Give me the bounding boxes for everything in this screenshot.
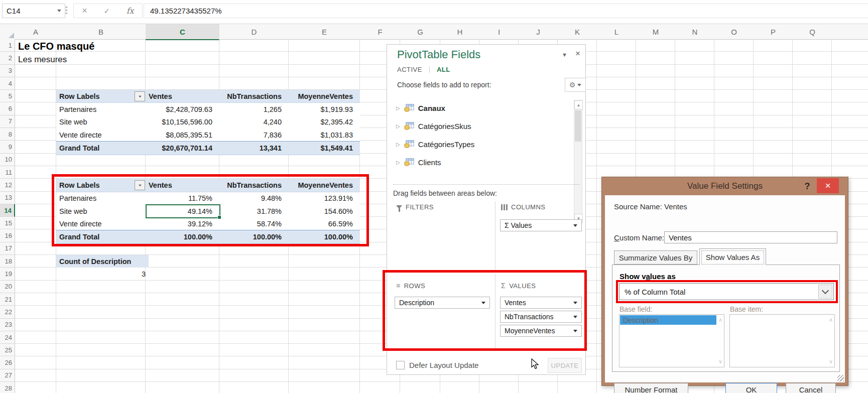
- expand-icon[interactable]: ▷: [396, 123, 400, 129]
- pivot-cell[interactable]: $1,919.93: [289, 105, 360, 113]
- field-item-catégoriesskus[interactable]: ▷CatégoriesSkus: [392, 117, 573, 135]
- select-all-corner[interactable]: [0, 24, 16, 40]
- selected-cell-outline[interactable]: [146, 204, 220, 218]
- pivot-cell[interactable]: $2,395.42: [289, 118, 360, 126]
- pivot-cell[interactable]: Partenaires: [56, 194, 146, 202]
- name-box-dropdown-icon[interactable]: [57, 10, 61, 12]
- pivot-cell[interactable]: 39.12%: [146, 220, 219, 228]
- pivot-cell[interactable]: $1,031.83: [289, 131, 360, 139]
- scroll-up-icon[interactable]: ▲: [574, 100, 583, 109]
- column-header-L[interactable]: L: [597, 24, 637, 40]
- pivot-cell[interactable]: $1,549.41: [289, 144, 360, 152]
- ok-button[interactable]: OK: [725, 383, 777, 393]
- fill-handle[interactable]: [217, 215, 221, 219]
- cancel-icon[interactable]: ×: [82, 6, 87, 16]
- pivot-cell[interactable]: 154.60%: [289, 207, 360, 215]
- column-header-B[interactable]: B: [56, 24, 146, 40]
- pivot-cell[interactable]: $20,670,701.14: [146, 144, 219, 152]
- pivot-header-cell[interactable]: MoyenneVentes: [289, 181, 360, 189]
- resize-grip[interactable]: [837, 375, 844, 381]
- row-header-5[interactable]: 5: [0, 90, 15, 102]
- column-header-H[interactable]: H: [440, 24, 480, 40]
- row-header-10[interactable]: 10: [0, 154, 15, 166]
- row-header-27[interactable]: 27: [0, 369, 15, 382]
- update-button[interactable]: UPDATE: [548, 358, 582, 373]
- values-item-nbtransactions[interactable]: NbTransactions: [500, 311, 582, 323]
- pivot-cell[interactable]: Vente directe: [56, 131, 146, 139]
- cancel-button[interactable]: Cancel: [786, 383, 836, 393]
- column-header-K[interactable]: K: [558, 24, 597, 40]
- row-header-23[interactable]: 23: [0, 319, 15, 331]
- tab-summarize-values-by[interactable]: Summarize Values By: [614, 250, 697, 265]
- field-list-scrollbar[interactable]: ▲ ▼: [574, 100, 582, 223]
- row-header-26[interactable]: 26: [0, 357, 15, 369]
- row-header-11[interactable]: 11: [0, 166, 15, 179]
- scrollbar-thumb[interactable]: [575, 110, 581, 142]
- pivot-cell[interactable]: 100.00%: [289, 233, 360, 241]
- pivot-header-cell[interactable]: NbTransactions: [219, 181, 289, 189]
- values-item-moyenneventes[interactable]: MoyenneVentes: [500, 325, 582, 337]
- row-header-3[interactable]: 3: [0, 65, 15, 77]
- row-header-2[interactable]: 2: [0, 52, 15, 64]
- pivot-cell[interactable]: 1,265: [219, 105, 289, 113]
- enter-icon[interactable]: ✓: [103, 7, 110, 16]
- row-header-20[interactable]: 20: [0, 281, 15, 293]
- base-item-listbox[interactable]: ∧ ∨: [729, 314, 835, 367]
- tools-button[interactable]: ⚙: [565, 78, 586, 92]
- defer-checkbox[interactable]: [396, 361, 405, 369]
- pivot-header-cell[interactable]: MoyenneVentes: [289, 92, 360, 100]
- formula-input[interactable]: 49.1352273435527%: [144, 4, 868, 18]
- tab-show-values-as[interactable]: Show Values As: [699, 248, 766, 265]
- column-header-C[interactable]: C: [146, 24, 220, 40]
- insert-function-icon[interactable]: fx: [127, 6, 134, 16]
- pivot-cell[interactable]: 100.00%: [146, 233, 219, 241]
- column-header-E[interactable]: E: [289, 24, 360, 40]
- pivot-cell[interactable]: 58.74%: [219, 220, 289, 228]
- rows-item-description[interactable]: Description: [395, 297, 490, 309]
- expand-icon[interactable]: ▷: [396, 160, 400, 165]
- row-header-8[interactable]: 8: [0, 128, 15, 141]
- row-header-24[interactable]: 24: [0, 331, 15, 344]
- row-header-15[interactable]: 15: [0, 217, 15, 229]
- tab-active[interactable]: ACTIVE: [397, 66, 422, 73]
- row-header-6[interactable]: 6: [0, 103, 15, 115]
- pivot-cell[interactable]: Site web: [56, 118, 146, 126]
- pivot-cell[interactable]: 66.59%: [289, 220, 360, 228]
- column-header-Q[interactable]: Q: [793, 24, 832, 40]
- pivot-header-cell[interactable]: NbTransactions: [219, 92, 289, 100]
- column-header-J[interactable]: J: [519, 24, 558, 40]
- base-field-listbox[interactable]: Description ∧ ∨: [619, 314, 724, 367]
- column-header-partial[interactable]: [832, 24, 868, 40]
- pivot-header-cell[interactable]: Row Labels: [56, 181, 146, 189]
- pivot-cell[interactable]: Vente directe: [56, 220, 146, 228]
- row-header-7[interactable]: 7: [0, 115, 15, 128]
- pivot-cell[interactable]: 11.75%: [146, 194, 219, 202]
- expand-icon[interactable]: ▷: [396, 105, 400, 111]
- columns-item-values[interactable]: Σ Values: [500, 219, 582, 231]
- row-header-16[interactable]: 16: [0, 230, 15, 242]
- pivot-cell[interactable]: $10,156,596.00: [146, 118, 219, 126]
- row-header-12[interactable]: 12: [0, 179, 15, 191]
- field-item-clients[interactable]: ▷Clients: [392, 153, 573, 171]
- column-header-F[interactable]: F: [360, 24, 401, 40]
- pane-options-icon[interactable]: ▼: [562, 52, 567, 58]
- row-labels-filter-button[interactable]: [135, 91, 145, 101]
- row-header-1[interactable]: 1: [0, 39, 15, 52]
- column-header-O[interactable]: O: [714, 24, 754, 40]
- pivot-cell[interactable]: Grand Total: [56, 144, 146, 152]
- column-header-M[interactable]: M: [636, 24, 676, 40]
- help-icon[interactable]: ?: [801, 180, 814, 193]
- pane-close-icon[interactable]: ×: [575, 49, 580, 59]
- column-header-I[interactable]: I: [479, 24, 519, 40]
- row-header-28[interactable]: 28: [0, 382, 15, 393]
- values-item-ventes[interactable]: Ventes: [500, 297, 582, 309]
- column-header-A[interactable]: A: [15, 24, 57, 40]
- row-header-4[interactable]: 4: [0, 77, 15, 90]
- field-item-canaux[interactable]: ▷Canaux: [392, 99, 573, 117]
- pivot-header-cell[interactable]: Ventes: [146, 92, 219, 100]
- column-header-P[interactable]: P: [754, 24, 793, 40]
- pivot-cell[interactable]: $2,428,709.63: [146, 105, 219, 113]
- pivot-cell[interactable]: Site web: [56, 207, 146, 215]
- row-header-9[interactable]: 9: [0, 141, 15, 153]
- expand-icon[interactable]: ▷: [396, 142, 400, 147]
